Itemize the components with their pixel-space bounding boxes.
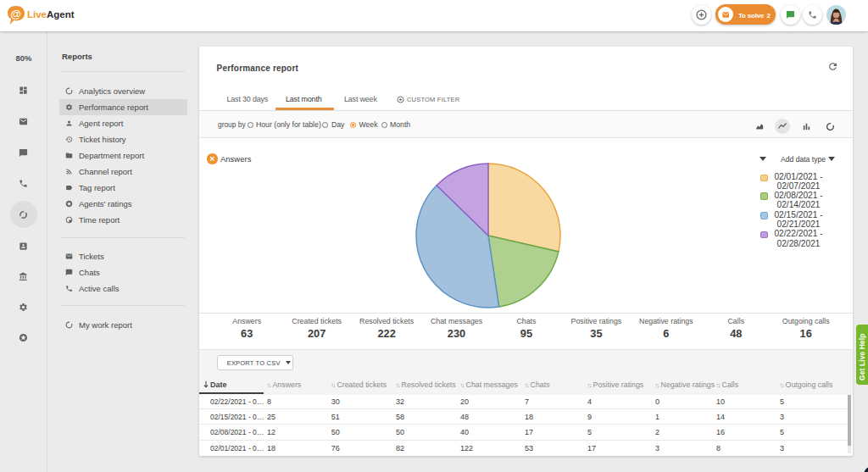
- svg-text:@: @: [10, 8, 21, 20]
